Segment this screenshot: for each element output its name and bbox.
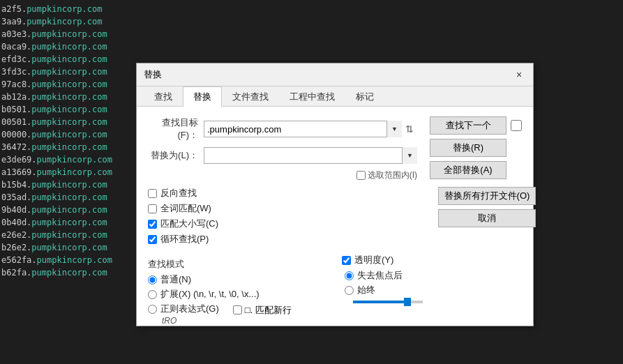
wrap-around-label: 循环查找(P) bbox=[160, 233, 209, 245]
dialog-content: 查找目标(F)： ▼ ⇅ 替换为(L)： ▼ bbox=[137, 107, 533, 326]
replace-button[interactable]: 替换(R) bbox=[430, 139, 506, 157]
replace-with-input[interactable] bbox=[204, 147, 417, 164]
replace-all-open-button[interactable]: 替换所有打开文件(O) bbox=[438, 187, 536, 205]
transparency-section: 透明度(Y) 失去焦点后 始终 bbox=[342, 254, 522, 303]
transparency-slider-wrap bbox=[353, 301, 522, 303]
tab-replace[interactable]: 替换 bbox=[183, 86, 222, 107]
tab-bar: 查找 替换 文件查找 工程中查找 标记 bbox=[137, 86, 533, 107]
transparency-header: 透明度(Y) bbox=[342, 254, 522, 266]
action-buttons: 查找下一个 替换(R) 全部替换(A) bbox=[430, 116, 522, 179]
find-target-input[interactable] bbox=[204, 121, 402, 137]
tab-find-in-project[interactable]: 工程中查找 bbox=[279, 86, 345, 107]
search-mode-section: 查找模式 普通(N) 扩展(X) (\n, \r, \t, \0, \x...)… bbox=[148, 252, 328, 317]
replace-with-label: 替换为(L)： bbox=[148, 149, 204, 162]
reverse-search-label: 反向查找 bbox=[160, 187, 197, 199]
match-case-checkbox[interactable] bbox=[148, 220, 157, 229]
whole-word-row: 全词匹配(W) bbox=[148, 202, 431, 215]
right-buttons: 替换所有打开文件(O) 取消 bbox=[438, 187, 522, 248]
reverse-search-row: 反向查找 bbox=[148, 187, 431, 199]
dot-newline-label: □. 匹配新行 bbox=[245, 304, 292, 317]
lose-focus-radio[interactable] bbox=[345, 271, 354, 280]
cancel-button[interactable]: 取消 bbox=[438, 209, 536, 227]
always-row: 始终 bbox=[345, 284, 522, 296]
left-options: 反向查找 全词匹配(W) 匹配大小写(C) 循环查找(P) bbox=[148, 187, 431, 248]
find-target-dropdown-icon[interactable]: ▼ bbox=[386, 121, 402, 137]
regex-mode-row: 正则表达式(G) bbox=[148, 303, 219, 315]
find-next-checkbox[interactable] bbox=[511, 120, 522, 131]
transparency-label-text: 透明度(Y) bbox=[354, 254, 393, 266]
transparency-options: 失去焦点后 始终 bbox=[345, 269, 522, 296]
extended-mode-label: 扩展(X) (\n, \r, \t, \0, \x...) bbox=[160, 288, 260, 301]
find-target-row: 查找目标(F)： ▼ ⇅ bbox=[148, 116, 417, 142]
replace-with-row: 替换为(L)： ▼ bbox=[148, 147, 417, 164]
replace-with-combo[interactable]: ▼ bbox=[204, 147, 417, 164]
replace-with-dropdown-icon[interactable]: ▼ bbox=[402, 147, 417, 164]
wrap-around-row: 循环查找(P) bbox=[148, 233, 431, 245]
regex-mode-label: 正则表达式(G) bbox=[160, 303, 219, 315]
match-case-row: 匹配大小写(C) bbox=[148, 218, 431, 230]
dot-newline-checkbox[interactable] bbox=[233, 305, 242, 314]
lose-focus-row: 失去焦点后 bbox=[345, 269, 522, 282]
transparency-slider-thumb[interactable] bbox=[404, 298, 411, 306]
extended-mode-row: 扩展(X) (\n, \r, \t, \0, \x...) bbox=[148, 288, 328, 301]
tab-find-in-files[interactable]: 文件查找 bbox=[222, 86, 279, 107]
normal-mode-radio[interactable] bbox=[148, 275, 157, 285]
dialog-title: 替换 bbox=[144, 68, 162, 81]
find-next-row: 查找下一个 bbox=[430, 116, 522, 135]
close-button[interactable]: × bbox=[512, 68, 526, 82]
replace-all-button[interactable]: 全部替换(A) bbox=[430, 161, 506, 179]
regex-mode-radio[interactable] bbox=[148, 305, 157, 314]
dot-newline-row[interactable]: □. 匹配新行 bbox=[233, 304, 292, 317]
title-bar: 替换 × bbox=[137, 63, 533, 86]
tro-text: tRO bbox=[162, 316, 177, 326]
replace-dialog: 替换 × 查找 替换 文件查找 工程中查找 标记 查找目标(F)： ▼ bbox=[136, 63, 534, 326]
tab-mark[interactable]: 标记 bbox=[345, 86, 384, 107]
find-next-button[interactable]: 查找下一个 bbox=[430, 116, 506, 135]
always-label: 始终 bbox=[357, 284, 375, 296]
dialog-overlay: 替换 × 查找 替换 文件查找 工程中查找 标记 查找目标(F)： ▼ bbox=[0, 0, 623, 364]
search-mode-label: 查找模式 bbox=[148, 258, 328, 271]
normal-mode-label: 普通(N) bbox=[160, 273, 191, 286]
match-case-label: 匹配大小写(C) bbox=[160, 218, 218, 230]
extended-mode-radio[interactable] bbox=[148, 290, 157, 299]
reverse-search-checkbox[interactable] bbox=[148, 189, 157, 198]
always-radio[interactable] bbox=[345, 286, 354, 295]
transparency-slider-fill bbox=[353, 301, 405, 303]
transparency-checkbox[interactable] bbox=[342, 256, 351, 265]
select-range-label: 选取范围内(I) bbox=[368, 169, 417, 181]
wrap-around-checkbox[interactable] bbox=[148, 235, 157, 244]
normal-mode-row: 普通(N) bbox=[148, 273, 328, 286]
find-target-label: 查找目标(F)： bbox=[148, 116, 204, 142]
select-range-checkbox[interactable]: 选取范围内(I) bbox=[356, 169, 417, 181]
find-target-combo[interactable]: ▼ bbox=[204, 121, 402, 137]
transparency-slider-track bbox=[353, 301, 423, 303]
swap-button[interactable]: ⇅ bbox=[402, 121, 417, 137]
bottom-area: 查找模式 普通(N) 扩展(X) (\n, \r, \t, \0, \x...)… bbox=[148, 252, 522, 317]
middle-section: 反向查找 全词匹配(W) 匹配大小写(C) 循环查找(P) bbox=[148, 187, 522, 248]
whole-word-label: 全词匹配(W) bbox=[160, 202, 211, 215]
tab-find[interactable]: 查找 bbox=[144, 86, 183, 107]
lose-focus-label: 失去焦点后 bbox=[357, 269, 403, 282]
whole-word-checkbox[interactable] bbox=[148, 204, 157, 213]
